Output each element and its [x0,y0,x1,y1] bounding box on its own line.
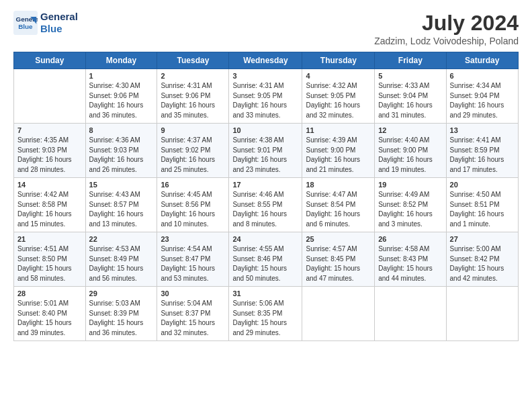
logo-icon: General Blue [13,11,38,35]
day-info: Sunrise: 5:01 AMSunset: 8:40 PMDaylight:… [17,299,82,338]
day-number: 31 [232,289,298,298]
calendar-cell [375,287,446,341]
day-info: Sunrise: 4:34 AMSunset: 9:04 PMDaylight:… [450,81,515,120]
day-info: Sunrise: 5:06 AMSunset: 8:35 PMDaylight:… [232,299,298,338]
day-info: Sunrise: 4:31 AMSunset: 9:05 PMDaylight:… [232,81,298,120]
day-info: Sunrise: 4:50 AMSunset: 8:51 PMDaylight:… [450,190,515,229]
calendar-cell: 21Sunrise: 4:51 AMSunset: 8:50 PMDayligh… [14,232,86,287]
day-number: 17 [232,181,298,189]
weekday-saturday: Saturday [446,52,518,69]
day-info: Sunrise: 4:36 AMSunset: 9:03 PMDaylight:… [89,136,154,175]
day-info: Sunrise: 4:37 AMSunset: 9:02 PMDaylight:… [161,136,225,175]
day-info: Sunrise: 5:04 AMSunset: 8:37 PMDaylight:… [161,299,225,338]
day-number: 10 [232,126,298,134]
day-info: Sunrise: 4:57 AMSunset: 8:45 PMDaylight:… [306,244,371,283]
day-info: Sunrise: 4:49 AMSunset: 8:52 PMDaylight:… [378,190,442,229]
day-number: 12 [378,126,442,134]
week-row-4: 21Sunrise: 4:51 AMSunset: 8:50 PMDayligh… [14,232,519,287]
day-number: 21 [17,235,82,243]
calendar-cell: 3Sunrise: 4:31 AMSunset: 9:05 PMDaylight… [229,69,302,124]
calendar-cell: 18Sunrise: 4:47 AMSunset: 8:54 PMDayligh… [302,178,375,232]
calendar-cell: 7Sunrise: 4:35 AMSunset: 9:03 PMDaylight… [14,124,86,178]
day-info: Sunrise: 4:53 AMSunset: 8:49 PMDaylight:… [89,244,154,283]
weekday-friday: Friday [375,52,446,69]
calendar-cell: 25Sunrise: 4:57 AMSunset: 8:45 PMDayligh… [302,232,375,287]
logo: General Blue General Blue [13,11,78,35]
day-number: 16 [161,181,225,189]
day-info: Sunrise: 4:30 AMSunset: 9:06 PMDaylight:… [89,81,154,120]
day-info: Sunrise: 4:31 AMSunset: 9:06 PMDaylight:… [161,81,225,120]
calendar-cell: 23Sunrise: 4:54 AMSunset: 8:47 PMDayligh… [157,232,229,287]
calendar-cell: 11Sunrise: 4:39 AMSunset: 9:00 PMDayligh… [302,124,375,178]
calendar-cell: 1Sunrise: 4:30 AMSunset: 9:06 PMDaylight… [85,69,157,124]
day-info: Sunrise: 4:42 AMSunset: 8:58 PMDaylight:… [17,190,82,229]
calendar-cell: 5Sunrise: 4:33 AMSunset: 9:04 PMDaylight… [375,69,446,124]
day-number: 24 [232,235,298,243]
svg-text:Blue: Blue [18,23,33,30]
day-number: 6 [450,72,515,80]
day-number: 13 [450,126,515,134]
day-info: Sunrise: 4:54 AMSunset: 8:47 PMDaylight:… [161,244,225,283]
calendar-cell: 2Sunrise: 4:31 AMSunset: 9:06 PMDaylight… [157,69,229,124]
week-row-1: 1Sunrise: 4:30 AMSunset: 9:06 PMDaylight… [14,69,519,124]
main-title: July 2024 [374,11,519,36]
day-number: 18 [306,181,371,189]
calendar-cell: 12Sunrise: 4:40 AMSunset: 9:00 PMDayligh… [375,124,446,178]
weekday-wednesday: Wednesday [229,52,302,69]
weekday-header-row: SundayMondayTuesdayWednesdayThursdayFrid… [14,52,519,69]
calendar-cell: 10Sunrise: 4:38 AMSunset: 9:01 PMDayligh… [229,124,302,178]
day-info: Sunrise: 4:39 AMSunset: 9:00 PMDaylight:… [306,136,371,175]
calendar-cell: 6Sunrise: 4:34 AMSunset: 9:04 PMDaylight… [446,69,518,124]
day-number: 14 [17,181,82,189]
day-number: 28 [17,289,82,298]
day-number: 27 [450,235,515,243]
week-row-3: 14Sunrise: 4:42 AMSunset: 8:58 PMDayligh… [14,178,519,232]
day-info: Sunrise: 4:32 AMSunset: 9:05 PMDaylight:… [306,81,371,120]
calendar-cell: 26Sunrise: 4:58 AMSunset: 8:43 PMDayligh… [375,232,446,287]
day-info: Sunrise: 4:55 AMSunset: 8:46 PMDaylight:… [232,244,298,283]
day-number: 25 [306,235,371,243]
subtitle: Zadzim, Lodz Voivodeship, Poland [374,36,519,46]
calendar-cell: 4Sunrise: 4:32 AMSunset: 9:05 PMDaylight… [302,69,375,124]
day-number: 2 [161,72,225,80]
day-info: Sunrise: 4:40 AMSunset: 9:00 PMDaylight:… [378,136,442,175]
day-number: 20 [450,181,515,189]
day-number: 11 [306,126,371,134]
day-info: Sunrise: 4:38 AMSunset: 9:01 PMDaylight:… [232,136,298,175]
weekday-thursday: Thursday [302,52,375,69]
weekday-tuesday: Tuesday [157,52,229,69]
calendar-cell: 13Sunrise: 4:41 AMSunset: 8:59 PMDayligh… [446,124,518,178]
day-info: Sunrise: 4:46 AMSunset: 8:55 PMDaylight:… [232,190,298,229]
calendar-header: SundayMondayTuesdayWednesdayThursdayFrid… [14,52,519,69]
calendar-cell: 20Sunrise: 4:50 AMSunset: 8:51 PMDayligh… [446,178,518,232]
day-info: Sunrise: 4:45 AMSunset: 8:56 PMDaylight:… [161,190,225,229]
week-row-5: 28Sunrise: 5:01 AMSunset: 8:40 PMDayligh… [14,287,519,341]
day-number: 7 [17,126,82,134]
calendar-cell: 17Sunrise: 4:46 AMSunset: 8:55 PMDayligh… [229,178,302,232]
week-row-2: 7Sunrise: 4:35 AMSunset: 9:03 PMDaylight… [14,124,519,178]
day-number: 4 [306,72,371,80]
calendar-cell: 22Sunrise: 4:53 AMSunset: 8:49 PMDayligh… [85,232,157,287]
calendar-body: 1Sunrise: 4:30 AMSunset: 9:06 PMDaylight… [14,69,519,341]
calendar-cell: 8Sunrise: 4:36 AMSunset: 9:03 PMDaylight… [85,124,157,178]
page: General Blue General Blue July 2024 Zadz… [0,0,532,411]
calendar-cell: 9Sunrise: 4:37 AMSunset: 9:02 PMDaylight… [157,124,229,178]
day-number: 1 [89,72,154,80]
calendar-cell [14,69,86,124]
calendar-cell: 24Sunrise: 4:55 AMSunset: 8:46 PMDayligh… [229,232,302,287]
day-number: 23 [161,235,225,243]
day-number: 9 [161,126,225,134]
calendar-cell: 19Sunrise: 4:49 AMSunset: 8:52 PMDayligh… [375,178,446,232]
day-info: Sunrise: 5:00 AMSunset: 8:42 PMDaylight:… [450,244,515,283]
day-info: Sunrise: 4:51 AMSunset: 8:50 PMDaylight:… [17,244,82,283]
day-info: Sunrise: 4:41 AMSunset: 8:59 PMDaylight:… [450,136,515,175]
day-number: 8 [89,126,154,134]
calendar-cell [446,287,518,341]
calendar-cell: 29Sunrise: 5:03 AMSunset: 8:39 PMDayligh… [85,287,157,341]
day-number: 19 [378,181,442,189]
day-number: 22 [89,235,154,243]
day-info: Sunrise: 4:43 AMSunset: 8:57 PMDaylight:… [89,190,154,229]
day-info: Sunrise: 5:03 AMSunset: 8:39 PMDaylight:… [89,299,154,338]
day-info: Sunrise: 4:35 AMSunset: 9:03 PMDaylight:… [17,136,82,175]
day-number: 3 [232,72,298,80]
